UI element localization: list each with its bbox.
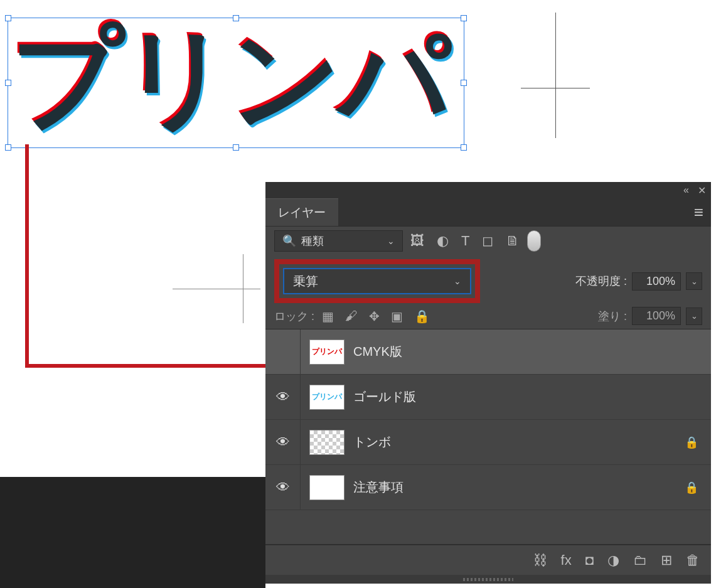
adjustment-button[interactable]: ◑ [607, 552, 619, 569]
resize-handle-tr[interactable] [461, 15, 467, 21]
layer-row[interactable]: プリンパ CMYK版 [265, 329, 711, 375]
tab-layers[interactable]: レイヤー [265, 198, 338, 226]
layer-fx-button[interactable]: fx [561, 552, 572, 569]
blend-mode-select[interactable]: 乗算 ⌄ [283, 268, 471, 294]
delete-layer-button[interactable]: 🗑 [686, 552, 700, 569]
filter-label: 種類 [301, 233, 324, 249]
blend-mode-value: 乗算 [293, 273, 318, 290]
layer-thumbnail[interactable] [309, 430, 345, 455]
opacity-stepper[interactable]: ⌄ [686, 272, 702, 290]
filter-adjust-icon[interactable]: ◐ [437, 233, 449, 249]
blend-mode-highlight: 乗算 ⌄ [274, 259, 480, 303]
layer-name[interactable]: CMYK版 [353, 343, 402, 360]
visibility-toggle[interactable]: 👁 [265, 420, 301, 464]
eye-icon: 👁 [276, 479, 290, 496]
menu-icon: ≡ [694, 203, 703, 222]
resize-handle-br[interactable] [461, 144, 467, 151]
pasteboard-area [0, 477, 265, 588]
layer-row[interactable]: 👁 注意事項 🔒 [265, 465, 711, 510]
lock-icon: 🔒 [685, 436, 698, 449]
panel-tabs: レイヤー ≡ [265, 198, 711, 227]
thumb-preview: プリンパ [312, 392, 342, 402]
close-icon[interactable]: ✕ [698, 184, 706, 196]
panel-menu-button[interactable]: ≡ [687, 198, 711, 226]
collapse-icon[interactable]: « [683, 184, 689, 196]
panel-footer: ⛓ fx ◘ ◑ 🗀 ⊞ 🗑 [265, 545, 711, 575]
layer-row[interactable]: 👁 プリンパ ゴールド版 [265, 375, 711, 420]
group-button[interactable]: 🗀 [633, 552, 647, 569]
layers-panel: « ✕ レイヤー ≡ 🔍 種類 ⌄ 🖼 ◐ T ◻ 🗎 乗算 ⌄ [265, 182, 711, 584]
eye-icon: 👁 [276, 389, 290, 405]
layer-mask-button[interactable]: ◘ [585, 552, 594, 569]
tab-label: レイヤー [278, 205, 326, 221]
fill-label: 塗り : [598, 309, 627, 324]
lock-row: ロック : ▦ 🖌 ✥ ▣ 🔒 塗り : 100% ⌄ [265, 307, 711, 329]
lock-label: ロック : [274, 309, 314, 324]
filter-shape-icon[interactable]: ◻ [482, 233, 493, 249]
layer-thumbnail[interactable] [309, 475, 345, 500]
filter-row: 🔍 種類 ⌄ 🖼 ◐ T ◻ 🗎 [265, 227, 711, 255]
lock-position-icon[interactable]: ✥ [369, 309, 380, 324]
search-icon: 🔍 [282, 234, 296, 248]
callout-arrow [25, 364, 298, 368]
artwork-layer-dark: プリンパ [11, 23, 448, 132]
callout-arrow [25, 144, 29, 367]
fill-group: 塗り : 100% ⌄ [598, 307, 702, 325]
lock-transparent-icon[interactable]: ▦ [322, 309, 334, 324]
blend-row: 乗算 ⌄ 不透明度 : 100% ⌄ [265, 255, 711, 307]
visibility-toggle[interactable]: 👁 [265, 465, 301, 510]
eye-icon: 👁 [276, 434, 290, 451]
filter-type-icon[interactable]: T [461, 233, 469, 249]
filter-smart-icon[interactable]: 🗎 [506, 233, 520, 249]
layer-thumbnail[interactable]: プリンパ [309, 339, 345, 365]
visibility-toggle[interactable] [265, 329, 301, 374]
lock-all-icon[interactable]: 🔒 [414, 309, 430, 324]
panel-topbar: « ✕ [265, 182, 711, 198]
artwork[interactable]: プリンパ プリンパ プリンパ [9, 19, 461, 151]
fill-input[interactable]: 100% [632, 307, 681, 325]
opacity-label: 不透明度 : [575, 274, 627, 289]
chevron-down-icon: ⌄ [454, 276, 461, 286]
registration-mark-2 [173, 254, 260, 323]
link-layers-button[interactable]: ⛓ [533, 552, 547, 569]
filter-toggle[interactable] [527, 230, 541, 252]
visibility-toggle[interactable]: 👁 [265, 375, 301, 419]
filter-icons: 🖼 ◐ T ◻ 🗎 [410, 233, 520, 249]
layer-name[interactable]: トンボ [353, 434, 391, 451]
resize-handle-mr[interactable] [461, 80, 467, 86]
panel-resize-grip[interactable] [265, 575, 711, 584]
fill-stepper[interactable]: ⌄ [686, 307, 702, 325]
filter-type-select[interactable]: 🔍 種類 ⌄ [274, 230, 403, 252]
layer-name[interactable]: ゴールド版 [353, 388, 416, 405]
thumb-preview: プリンパ [312, 346, 342, 357]
layers-list: プリンパ CMYK版 👁 プリンパ ゴールド版 👁 トンボ 🔒 👁 [265, 329, 711, 545]
opacity-input[interactable]: 100% [632, 272, 681, 291]
lock-artboard-icon[interactable]: ▣ [391, 309, 403, 324]
layer-row[interactable]: 👁 トンボ 🔒 [265, 420, 711, 465]
lock-brush-icon[interactable]: 🖌 [345, 309, 358, 324]
registration-mark-1 [521, 13, 590, 138]
opacity-group: 不透明度 : 100% ⌄ [575, 272, 702, 291]
layer-thumbnail[interactable]: プリンパ [309, 385, 345, 410]
lock-icon: 🔒 [685, 481, 698, 494]
new-layer-button[interactable]: ⊞ [661, 552, 672, 569]
filter-pixel-icon[interactable]: 🖼 [410, 233, 424, 249]
layer-name[interactable]: 注意事項 [353, 479, 403, 496]
chevron-down-icon: ⌄ [387, 236, 395, 246]
